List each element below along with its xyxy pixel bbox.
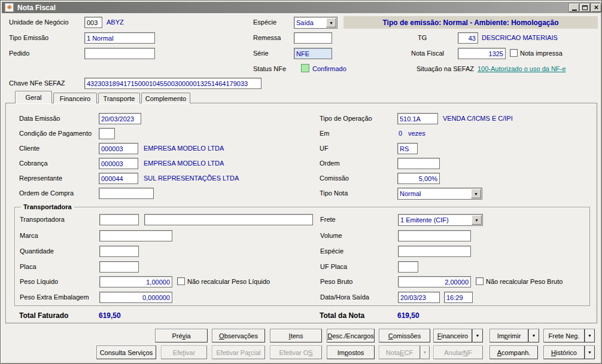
window-title: Nota Fiscal — [17, 4, 56, 12]
tipo-emissao-input[interactable] — [84, 32, 155, 44]
data-emissao-input[interactable] — [99, 113, 141, 124]
data-emissao-label: Data Emissão — [19, 115, 60, 122]
uf-placa-input[interactable] — [398, 261, 418, 273]
comissao-input[interactable] — [397, 173, 440, 184]
hora-saida-input[interactable] — [444, 292, 473, 303]
peso-liquido-input[interactable] — [99, 276, 172, 287]
frete-neg-button[interactable]: Frete Neg. — [543, 329, 585, 342]
chave-nfe-input[interactable] — [84, 78, 262, 89]
condicao-pagamento-label: Condição de Pagamento — [19, 130, 92, 137]
pedido-label: Pedido — [9, 50, 29, 57]
representante-label: Representante — [19, 175, 62, 182]
tab-transporte[interactable]: Transporte — [98, 93, 140, 103]
chevron-down-icon[interactable]: ▼ — [471, 189, 481, 198]
acompanh-button[interactable]: Acompanh. — [489, 345, 538, 359]
tipo-nota-value: Normal — [398, 190, 470, 197]
especie-transp-input[interactable] — [398, 246, 471, 257]
nao-recalcular-peso-bruto-checkbox[interactable] — [476, 277, 484, 285]
tg-input[interactable] — [458, 32, 478, 44]
historico-dropdown-button[interactable]: ▼ — [585, 345, 595, 359]
marca-input[interactable] — [99, 230, 172, 241]
em-label: Em — [320, 130, 330, 137]
impostos-button[interactable]: Impostos — [327, 345, 375, 359]
chevron-down-icon[interactable]: ▼ — [326, 18, 336, 27]
cobranca-input[interactable] — [99, 158, 138, 169]
nota-fiscal-input[interactable] — [458, 48, 506, 59]
tab-financeiro[interactable]: Financeiro — [53, 93, 97, 103]
desc-encargos-button[interactable]: Desc./Encargos — [327, 329, 375, 342]
remessa-input[interactable] — [294, 32, 332, 44]
serie-input[interactable] — [294, 48, 332, 59]
placa-label: Placa — [20, 263, 37, 270]
comissoes-button[interactable]: Comissões — [379, 329, 430, 342]
previa-button[interactable]: Prévia — [155, 329, 208, 342]
tg-name: DESCRICAO MATERIAIS — [482, 34, 558, 41]
placa-input[interactable] — [99, 261, 139, 273]
minimize-button[interactable] — [569, 4, 579, 12]
close-button[interactable]: ✕ — [591, 4, 601, 12]
title-bar[interactable]: ✳ Nota Fiscal ✕ — [2, 2, 600, 13]
sefaz-status-link[interactable]: 100-Autorizado o uso da NF-e — [478, 65, 565, 72]
transportadora-group: Transportadora Transportadora Marca Quan… — [14, 207, 590, 306]
tipo-operacao-name: VENDA C/ICMS E C/IPI — [443, 115, 513, 122]
status-nfe-label: Status NFe — [253, 65, 286, 72]
ordem-input[interactable] — [397, 158, 440, 169]
tipo-operacao-input[interactable] — [397, 113, 438, 124]
efetivar-button: Efetivar — [161, 345, 207, 359]
ordem-compra-input[interactable] — [99, 188, 154, 199]
imprimir-dropdown-button[interactable]: ▼ — [528, 329, 539, 342]
transportadora-name-input[interactable] — [144, 214, 313, 225]
nota-fiscal-label: Nota Fiscal — [411, 50, 444, 57]
representante-input[interactable] — [99, 173, 138, 184]
nota-impressa-checkbox[interactable] — [510, 49, 518, 57]
uf-input[interactable] — [397, 143, 418, 154]
status-nfe-indicator — [301, 64, 309, 72]
peso-bruto-input[interactable] — [398, 276, 471, 287]
chevron-down-icon[interactable]: ▼ — [472, 215, 482, 225]
cliente-name: EMPRESA MODELO LTDA — [144, 145, 224, 152]
tipo-nota-combobox[interactable]: Normal ▼ — [397, 188, 482, 200]
nao-recalcular-peso-liquido-checkbox[interactable] — [177, 277, 185, 285]
nao-recalcular-peso-liquido-label: Não recalcular Peso Líquido — [187, 278, 270, 285]
tab-complemento[interactable]: Complemento — [141, 93, 190, 103]
especie-label: Espécie — [253, 19, 276, 26]
comissao-label: Comissão — [320, 175, 349, 182]
volume-input[interactable] — [398, 230, 471, 241]
cliente-input[interactable] — [99, 143, 138, 154]
imprimir-button[interactable]: Imprimir — [489, 329, 528, 342]
observacoes-button[interactable]: Observações — [212, 329, 265, 342]
pedido-input[interactable] — [84, 48, 155, 59]
minimize-icon — [572, 10, 577, 11]
peso-bruto-label: Peso Bruto — [320, 278, 352, 285]
data-saida-input[interactable] — [398, 292, 440, 303]
situacao-sefaz-label: Situação na SEFAZ — [416, 65, 474, 72]
financeiro-dropdown-button[interactable]: ▼ — [472, 329, 483, 342]
historico-button[interactable]: Histórico — [543, 345, 585, 359]
especie-combobox[interactable]: Saída ▼ — [294, 17, 338, 29]
tipo-operacao-label: Tipo de Operação — [320, 115, 372, 122]
remessa-label: Remessa — [253, 34, 281, 41]
frete-combobox[interactable]: 1 Emitente (CIF) ▼ — [398, 214, 483, 226]
status-nfe-value: Confirmado — [312, 65, 346, 72]
quantidade-label: Quantidade — [20, 247, 54, 255]
financeiro-button[interactable]: Financeiro — [433, 329, 472, 342]
quantidade-input[interactable] — [99, 246, 139, 257]
transportadora-code-input[interactable] — [99, 214, 139, 225]
consulta-servicos-button[interactable]: Consulta Serviços — [96, 345, 156, 359]
nota-ecf-button: Nota ECF — [379, 345, 420, 359]
serie-label: Série — [253, 50, 269, 57]
unidade-negocio-input[interactable] — [84, 17, 102, 28]
tab-geral[interactable]: Geral — [15, 91, 52, 103]
volume-label: Volume — [320, 232, 342, 239]
itens-button[interactable]: Itens — [270, 329, 322, 342]
total-nota-label: Total da Nota — [320, 311, 364, 320]
maximize-button[interactable] — [580, 4, 590, 12]
chave-nfe-label: Chave NFe SEFAZ — [9, 79, 65, 87]
total-nota-value: 619,50 — [397, 311, 419, 320]
peso-extra-label: Peso Extra Embalagem — [20, 293, 89, 301]
ordem-label: Ordem — [320, 160, 340, 167]
frete-neg-dropdown-button[interactable]: ▼ — [585, 329, 595, 342]
transportadora-label: Transportadora — [20, 216, 65, 223]
peso-extra-input[interactable] — [99, 292, 172, 303]
condicao-pagamento-input[interactable] — [99, 128, 115, 139]
